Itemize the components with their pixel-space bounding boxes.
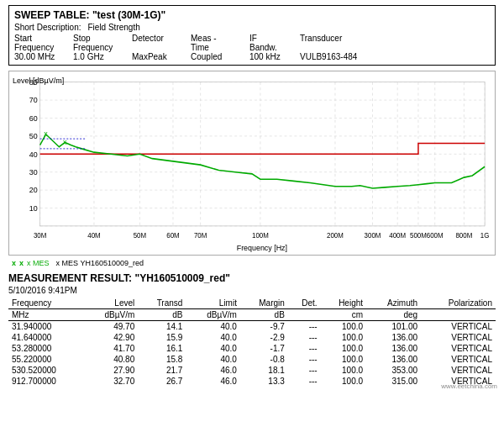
col-header-height: Height [321,298,366,309]
col-sub-deg: deg [366,309,421,321]
table-cell: 40.80 [84,354,139,365]
table-cell: VERTICAL [421,354,496,365]
table-cell: 14.1 [138,321,186,333]
col-sub-db: dB [138,309,186,321]
table-cell: VERTICAL [421,343,496,354]
legend-x-symbol2: x [19,259,24,267]
table-cell: 100.0 [321,332,366,343]
svg-text:400M: 400M [389,232,406,240]
meas-datetime: 5/10/2016 9:41PM [8,286,496,295]
col-detector-value: MaxPeak [132,52,191,61]
col-sub-dbuvm2: dBµV/m [186,309,240,321]
table-row: 55.22000040.8015.840.0-0.8---100.0136.00… [8,354,496,365]
table-cell: VERTICAL [421,321,496,333]
table-cell: 53.280000 [8,343,84,354]
meas-title: MEASUREMENT RESULT: "YH160510009_red" [8,272,496,284]
col-sub-pol [421,309,496,321]
table-cell: 15.9 [138,332,186,343]
table-cell: --- [288,332,321,343]
chart-container: Level [dBµV/m] [8,71,496,256]
table-row: 41.64000042.9015.940.0-2.9---100.0136.00… [8,332,496,343]
table-cell: --- [288,376,321,387]
svg-text:100M: 100M [252,232,269,240]
table-cell: -2.9 [240,332,288,343]
col-sub-mhz: MHz [8,309,84,321]
measurement-table: Frequency Level Transd Limit Margin Det.… [8,298,496,387]
table-cell: 46.0 [186,365,240,376]
col-detector-label: Detector [132,34,191,43]
col-transducer-value: VULB9163-484 [300,52,490,61]
table-cell: 21.7 [138,365,186,376]
table-header-row: Frequency Level Transd Limit Margin Det.… [8,298,496,309]
svg-text:50: 50 [29,132,38,140]
svg-text:60: 60 [29,113,38,122]
svg-text:20: 20 [29,186,38,194]
col-header-transd: Transd [138,298,186,309]
svg-text:40M: 40M [87,232,101,240]
svg-text:70M: 70M [194,232,207,240]
svg-text:30: 30 [29,168,38,177]
svg-text:Frequency [Hz]: Frequency [Hz] [237,243,287,251]
col-header-margin: Margin [240,298,288,309]
svg-text:x: x [44,129,48,138]
sweep-table-header: SWEEP TABLE: "test (30M-1G)" Short Descr… [8,5,496,66]
table-cell: 40.0 [186,321,240,333]
col-stop-label: Stop [73,34,132,43]
col-sub-cm: cm [321,309,366,321]
short-desc-value: Field Strength [87,23,139,32]
table-cell: 31.940000 [8,321,84,333]
col-start-value: 30.00 MHz [14,52,73,61]
chart-legend: x x x MES x MES YH160510009_red [8,259,496,269]
col-header-det: Det. [288,298,321,309]
table-cell: 55.220000 [8,354,84,365]
table-cell: 49.70 [84,321,139,333]
svg-text:600M: 600M [427,232,444,240]
table-cell: 40.0 [186,354,240,365]
col-frequency-label2: Frequency [73,43,132,52]
chart-svg: 80 70 60 50 40 30 20 10 30M 40M 50M 60M … [11,73,493,253]
table-row: 530.52000027.9021.746.018.1---100.0353.0… [8,365,496,376]
table-cell: 101.00 [366,321,421,333]
table-cell: 40.0 [186,343,240,354]
table-cell: VERTICAL [421,332,496,343]
table-cell: VERTICAL [421,365,496,376]
table-cell: 912.700000 [8,376,84,387]
table-cell: 41.640000 [8,332,84,343]
table-cell: 100.0 [321,343,366,354]
col-stop-value: 1.0 GHz [73,52,132,61]
table-row: 31.94000049.7014.140.0-9.7---100.0101.00… [8,321,496,333]
legend-x-symbol: x [12,259,16,267]
table-cell: 16.1 [138,343,186,354]
table-cell: 100.0 [321,365,366,376]
table-cell: 18.1 [240,365,288,376]
col-start-label: Start [14,34,73,43]
svg-text:30M: 30M [34,232,47,240]
col-header-frequency: Frequency [8,298,84,309]
col-sub-db2: dB [240,309,288,321]
svg-text:800M: 800M [455,232,472,240]
table-cell: 27.90 [84,365,139,376]
svg-text:500M: 500M [410,232,427,240]
sweep-title: SWEEP TABLE: "test (30M-1G)" [14,9,490,21]
svg-text:50M: 50M [134,232,147,240]
svg-text:40: 40 [29,150,38,158]
table-cell: 353.00 [366,365,421,376]
table-cell: 100.0 [321,354,366,365]
short-desc-label: Short Description: [14,23,81,32]
table-cell: --- [288,321,321,333]
table-cell: 13.3 [240,376,288,387]
table-cell: 26.7 [138,376,186,387]
table-cell: 530.520000 [8,365,84,376]
table-cell: 315.00 [366,376,421,387]
table-cell: 136.00 [366,343,421,354]
table-cell: 42.90 [84,332,139,343]
svg-text:70: 70 [29,96,38,104]
table-subheader-row: MHz dBµV/m dB dBµV/m dB cm deg [8,309,496,321]
table-row: 53.28000041.7016.140.0-1.7---100.0136.00… [8,343,496,354]
table-cell: 46.0 [186,376,240,387]
col-header-polarization: Polarization [421,298,496,309]
col-sub-det [288,309,321,321]
col-meas-value: Coupled [191,52,249,61]
svg-text:60M: 60M [166,232,180,240]
table-cell: 41.70 [84,343,139,354]
